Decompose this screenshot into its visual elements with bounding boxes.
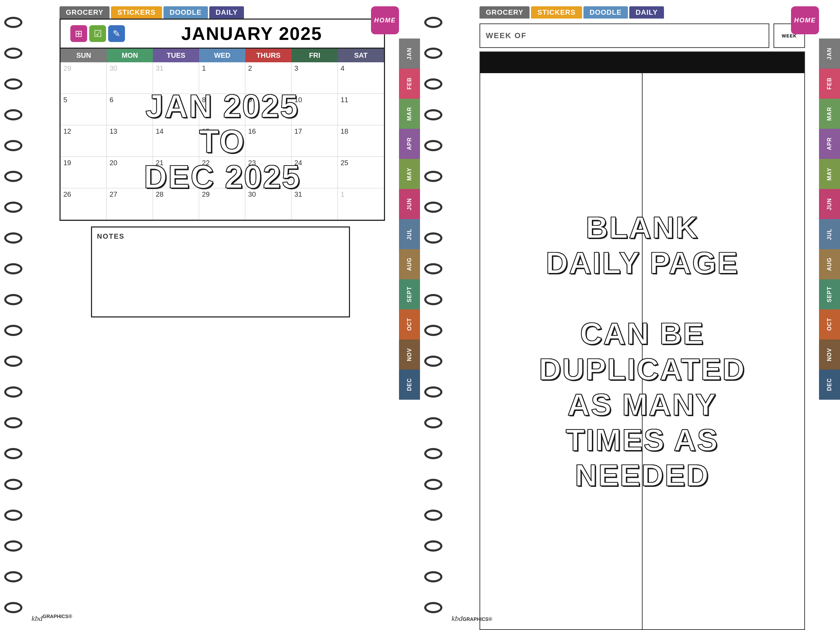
cal-cell[interactable]: 8: [199, 94, 245, 125]
grid-icon[interactable]: ⊞: [70, 25, 87, 42]
cal-cell[interactable]: 25: [338, 157, 384, 188]
cal-cell[interactable]: 4: [338, 62, 384, 94]
home-button[interactable]: HOME: [371, 6, 399, 34]
spiral-coil: [4, 571, 22, 583]
cal-cell[interactable]: 6: [107, 94, 153, 125]
cal-cell[interactable]: 19: [60, 157, 107, 188]
tab-apr[interactable]: APR: [399, 129, 420, 159]
tab-oct[interactable]: OCT: [399, 309, 420, 339]
day-headers: SUN MON TUES WED THURS FRI SAT: [60, 47, 385, 62]
tab-doodle[interactable]: DOODLE: [163, 6, 208, 19]
spiral-coil: [4, 171, 22, 182]
right-tab-aug[interactable]: AUG: [819, 249, 840, 279]
cal-cell[interactable]: 18: [338, 125, 384, 157]
right-home-button[interactable]: HOME: [791, 6, 819, 34]
spiral-coil: [424, 109, 442, 120]
cal-cell[interactable]: 30: [245, 188, 292, 220]
spiral-coil: [424, 540, 442, 552]
cal-cell[interactable]: 12: [60, 125, 107, 157]
calendar-grid: 2930311234567891011121314151617181920212…: [60, 62, 385, 221]
right-tab-feb[interactable]: FEB: [819, 69, 840, 99]
cal-cell[interactable]: 16: [245, 125, 292, 157]
cal-cell[interactable]: 10: [292, 94, 338, 125]
right-tab-dec[interactable]: DEC: [819, 369, 840, 400]
blank-daily-text: BLANKDAILY PAGECAN BEDUPLICATEDAS MANYTI…: [539, 210, 746, 493]
cal-cell[interactable]: 1: [199, 62, 245, 94]
calendar-month-title: JANUARY 2025: [125, 23, 378, 44]
cal-cell[interactable]: 21: [153, 157, 199, 188]
tab-jun[interactable]: JUN: [399, 189, 420, 219]
spiral-coil: [424, 294, 442, 305]
right-tab-grocery[interactable]: GROCERY: [480, 6, 529, 19]
cal-cell[interactable]: 29: [199, 188, 245, 220]
cal-cell[interactable]: 1: [338, 188, 384, 220]
right-tab-jan[interactable]: JAN: [819, 38, 840, 69]
day-header-fri: FRI: [292, 49, 338, 62]
cal-cell[interactable]: 13: [107, 125, 153, 157]
cal-cell[interactable]: 2: [245, 62, 292, 94]
cal-cell[interactable]: 11: [338, 94, 384, 125]
spiral-coil: [4, 387, 22, 398]
tab-mar[interactable]: MAR: [399, 99, 420, 129]
tab-stickers[interactable]: STICKERS: [111, 6, 162, 19]
right-tab-nov[interactable]: NOV: [819, 339, 840, 369]
cal-cell[interactable]: 14: [153, 125, 199, 157]
right-tab-jun[interactable]: JUN: [819, 189, 840, 219]
cal-cell[interactable]: 15: [199, 125, 245, 157]
tab-aug[interactable]: AUG: [399, 249, 420, 279]
week-header-row: WEEK OF WEEK: [480, 24, 805, 48]
right-tab-stickers[interactable]: STICKERS: [531, 6, 582, 19]
right-tab-jul[interactable]: JUL: [819, 219, 840, 249]
cal-cell[interactable]: 24: [292, 157, 338, 188]
left-brand: kbdGRAPHICS®: [32, 614, 72, 623]
right-tab-doodle[interactable]: DOODLE: [583, 6, 628, 19]
right-tab-oct[interactable]: OCT: [819, 309, 840, 339]
cal-cell[interactable]: 17: [292, 125, 338, 157]
cal-cell[interactable]: 31: [292, 188, 338, 220]
right-tab-may[interactable]: MAY: [819, 159, 840, 189]
spiral-coil: [424, 325, 442, 336]
cal-cell[interactable]: 29: [60, 62, 107, 94]
spiral-coil: [424, 355, 442, 367]
week-of-box: WEEK OF: [480, 24, 769, 48]
notes-label: NOTES: [97, 232, 344, 240]
tab-grocery[interactable]: GROCERY: [60, 6, 109, 19]
day-header-sat: SAT: [338, 49, 384, 62]
spiral-coil: [4, 263, 22, 275]
cal-cell[interactable]: 3: [292, 62, 338, 94]
spiral-coil: [424, 510, 442, 521]
right-home-button-label: HOME: [794, 17, 816, 24]
tab-sept[interactable]: SEPT: [399, 279, 420, 309]
edit-icon[interactable]: ✎: [108, 25, 125, 42]
cal-cell[interactable]: 28: [153, 188, 199, 220]
cal-cell[interactable]: 9: [245, 94, 292, 125]
cal-cell[interactable]: 22: [199, 157, 245, 188]
tab-dec[interactable]: DEC: [399, 369, 420, 400]
calendar-header: ⊞ ☑ ✎ JANUARY 2025: [60, 19, 385, 47]
cal-cell[interactable]: 26: [60, 188, 107, 220]
cal-cell[interactable]: 20: [107, 157, 153, 188]
tab-daily[interactable]: DAILY: [209, 6, 244, 19]
left-top-nav: GROCERY STICKERS DOODLE DAILY: [60, 6, 420, 19]
spiral-coil: [4, 294, 22, 305]
tab-jul[interactable]: JUL: [399, 219, 420, 249]
day-header-wed: WED: [199, 49, 245, 62]
tab-may[interactable]: MAY: [399, 159, 420, 189]
right-tab-mar[interactable]: MAR: [819, 99, 840, 129]
right-tab-daily[interactable]: DAILY: [629, 6, 664, 19]
tab-feb[interactable]: FEB: [399, 69, 420, 99]
cal-cell[interactable]: 27: [107, 188, 153, 220]
spiral-coil: [4, 232, 22, 243]
right-tab-apr[interactable]: APR: [819, 129, 840, 159]
checklist-icon[interactable]: ☑: [89, 25, 106, 42]
right-tab-sept[interactable]: SEPT: [819, 279, 840, 309]
week-of-label: WEEK OF: [486, 31, 527, 40]
cal-cell[interactable]: 7: [153, 94, 199, 125]
cal-cell[interactable]: 31: [153, 62, 199, 94]
cal-cell[interactable]: 23: [245, 157, 292, 188]
cal-cell[interactable]: 30: [107, 62, 153, 94]
tab-nov[interactable]: NOV: [399, 339, 420, 369]
tab-jan[interactable]: JAN: [399, 38, 420, 69]
cal-cell[interactable]: 5: [60, 94, 107, 125]
calendar-grid-wrapper: 2930311234567891011121314151617181920212…: [60, 62, 385, 221]
